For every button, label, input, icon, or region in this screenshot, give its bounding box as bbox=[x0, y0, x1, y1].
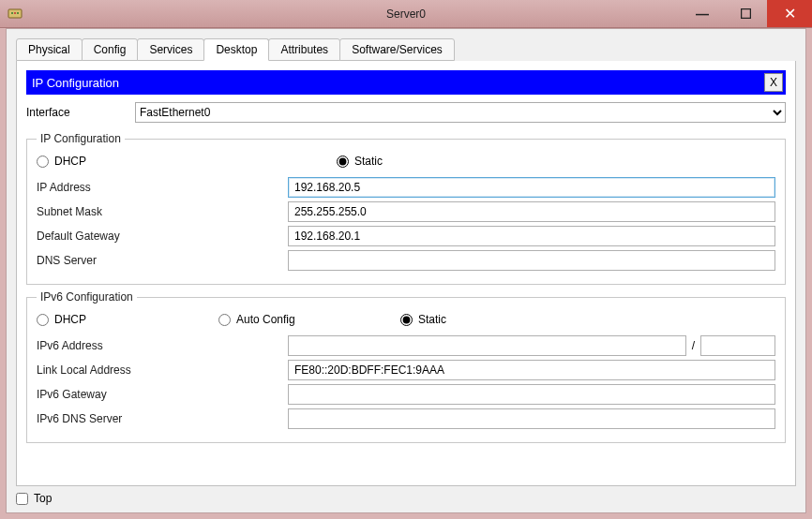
ipv4-dhcp-text: DHCP bbox=[54, 155, 86, 168]
close-panel-button[interactable]: X bbox=[764, 73, 783, 92]
ip-config-header: IP Configuration X bbox=[26, 70, 786, 95]
ipv6-dhcp-text: DHCP bbox=[54, 313, 86, 326]
ipv6-prefix-slash: / bbox=[686, 339, 700, 352]
ipv6-prefix-input[interactable] bbox=[700, 335, 775, 356]
ipv6-legend: IPv6 Configuration bbox=[37, 290, 137, 304]
interface-select[interactable]: FastEthernet0 bbox=[135, 102, 786, 123]
window-close-button[interactable]: ✕ bbox=[767, 0, 812, 27]
ipv6-gateway-input[interactable] bbox=[288, 384, 775, 405]
app-icon bbox=[8, 7, 23, 22]
subnet-mask-input[interactable] bbox=[288, 201, 775, 222]
ip-address-label: IP Address bbox=[37, 181, 288, 194]
ipv6-address-label: IPv6 Address bbox=[37, 339, 288, 352]
ipv6-address-input[interactable] bbox=[288, 335, 686, 356]
dns-server-label: DNS Server bbox=[37, 254, 288, 267]
ipv6-static-text: Static bbox=[418, 313, 446, 326]
ipv4-static-text: Static bbox=[354, 155, 383, 168]
ipv6-auto-radio[interactable] bbox=[218, 314, 231, 326]
tab-services[interactable]: Services bbox=[137, 38, 204, 61]
tab-attributes[interactable]: Attributes bbox=[268, 38, 340, 61]
ipv4-static-radio[interactable] bbox=[337, 156, 349, 168]
link-local-input[interactable] bbox=[288, 360, 775, 380]
window-titlebar: Server0 ― ✕ bbox=[0, 0, 812, 28]
ipv6-dns-label: IPv6 DNS Server bbox=[37, 412, 288, 425]
default-gateway-input[interactable] bbox=[288, 226, 775, 246]
interface-label: Interface bbox=[26, 106, 128, 119]
ipv6-static-radio-label[interactable]: Static bbox=[400, 313, 446, 326]
default-gateway-label: Default Gateway bbox=[37, 230, 288, 243]
ipv6-static-radio[interactable] bbox=[400, 314, 413, 326]
ipv6-gateway-label: IPv6 Gateway bbox=[37, 388, 288, 401]
ipv6-auto-text: Auto Config bbox=[236, 313, 295, 326]
client-area: Physical Config Services Desktop Attribu… bbox=[6, 28, 806, 513]
subnet-mask-label: Subnet Mask bbox=[37, 205, 288, 218]
ipv6-dhcp-radio[interactable] bbox=[37, 314, 49, 326]
tab-software-services[interactable]: Software/Services bbox=[339, 38, 455, 61]
dns-server-input[interactable] bbox=[288, 250, 775, 271]
svg-point-2 bbox=[14, 12, 16, 14]
ipv6-fieldset: IPv6 Configuration DHCP Auto Config Stat… bbox=[26, 290, 786, 443]
ipv6-dhcp-radio-label[interactable]: DHCP bbox=[37, 313, 218, 326]
ipv4-fieldset: IP Configuration DHCP Static IP Address bbox=[26, 132, 786, 285]
ipv6-dns-input[interactable] bbox=[288, 408, 775, 429]
ipv6-auto-radio-label[interactable]: Auto Config bbox=[218, 313, 400, 326]
ipv4-dhcp-radio-label[interactable]: DHCP bbox=[37, 155, 280, 168]
bottom-bar: Top bbox=[7, 486, 805, 512]
ipv4-dhcp-radio[interactable] bbox=[37, 156, 49, 168]
desktop-tab-panel: IP Configuration X Interface FastEtherne… bbox=[16, 61, 796, 486]
main-tabs: Physical Config Services Desktop Attribu… bbox=[7, 29, 805, 61]
top-checkbox-label: Top bbox=[34, 492, 52, 505]
tab-desktop[interactable]: Desktop bbox=[203, 38, 269, 61]
svg-rect-4 bbox=[741, 9, 750, 19]
tab-physical[interactable]: Physical bbox=[16, 38, 83, 61]
tab-config[interactable]: Config bbox=[82, 38, 139, 61]
link-local-label: Link Local Address bbox=[37, 363, 288, 377]
ipv4-legend: IP Configuration bbox=[37, 132, 125, 145]
svg-point-1 bbox=[11, 12, 13, 14]
window-minimize-button[interactable]: ― bbox=[681, 0, 724, 27]
ip-address-input[interactable] bbox=[288, 177, 775, 198]
window-maximize-button[interactable] bbox=[724, 0, 767, 27]
svg-point-3 bbox=[17, 12, 19, 14]
top-checkbox[interactable] bbox=[16, 493, 28, 505]
ipv4-static-radio-label[interactable]: Static bbox=[337, 155, 383, 168]
ip-config-title: IP Configuration bbox=[32, 76, 119, 90]
